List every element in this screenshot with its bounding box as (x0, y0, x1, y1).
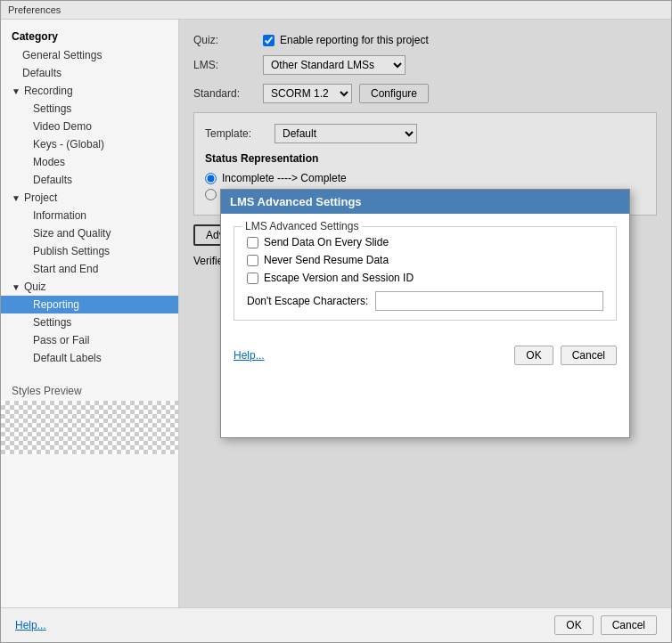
sidebar-item-pass-fail[interactable]: Pass or Fail (1, 331, 178, 349)
escape-version-label: Escape Version and Session ID (264, 272, 414, 284)
sidebar-group-project[interactable]: ▼ Project (1, 189, 178, 207)
styles-preview-area (1, 401, 178, 454)
modal-footer: Help... OK Cancel (221, 346, 629, 378)
never-send-row: Never Send Resume Data (247, 254, 603, 266)
ok-button[interactable]: OK (554, 615, 593, 635)
sidebar-item-size-quality[interactable]: Size and Quality (1, 224, 178, 242)
sidebar-item-publish-settings[interactable]: Publish Settings (1, 242, 178, 260)
cancel-button[interactable]: Cancel (601, 615, 657, 635)
quiz-expand-icon: ▼ (12, 282, 20, 292)
sidebar-item-defaults2[interactable]: Defaults (1, 171, 178, 189)
sidebar-item-defaults[interactable]: Defaults (1, 64, 178, 82)
sidebar-item-settings[interactable]: Settings (1, 100, 178, 118)
dont-escape-label: Don't Escape Characters: (247, 295, 368, 307)
dont-escape-row: Don't Escape Characters: (247, 291, 603, 311)
recording-expand-icon: ▼ (12, 86, 20, 96)
preferences-window: Preferences Category General Settings De… (0, 0, 672, 643)
modal-title: LMS Advanced Settings (230, 195, 362, 208)
sidebar-group-recording[interactable]: ▼ Recording (1, 82, 178, 100)
send-data-row: Send Data On Every Slide (247, 236, 603, 248)
modal-body: LMS Advanced Settings Send Data On Every… (221, 214, 629, 346)
sidebar-item-modes[interactable]: Modes (1, 153, 178, 171)
category-header: Category (1, 27, 178, 46)
sidebar-item-start-end[interactable]: Start and End (1, 260, 178, 278)
quiz-group-label: Quiz (24, 281, 46, 293)
styles-preview-label: Styles Preview (1, 381, 178, 401)
sidebar-item-video-demo[interactable]: Video Demo (1, 118, 178, 135)
modal-buttons: OK Cancel (514, 346, 617, 365)
never-send-label: Never Send Resume Data (264, 254, 389, 266)
modal-ok-button[interactable]: OK (514, 346, 553, 365)
sidebar: Category General Settings Defaults ▼ Rec… (1, 20, 179, 607)
bottom-bar: Help... OK Cancel (1, 607, 671, 642)
sidebar-item-default-labels[interactable]: Default Labels (1, 349, 178, 367)
main-content: Category General Settings Defaults ▼ Rec… (1, 20, 671, 607)
recording-group-label: Recording (24, 85, 73, 97)
sidebar-item-general-settings[interactable]: General Settings (1, 46, 178, 64)
modal-cancel-button[interactable]: Cancel (561, 346, 617, 365)
project-group-label: Project (24, 191, 57, 204)
window-title: Preferences (8, 4, 61, 15)
modal-overlay: LMS Advanced Settings LMS Advanced Setti… (179, 20, 671, 607)
send-data-label: Send Data On Every Slide (264, 236, 389, 248)
title-bar: Preferences (1, 1, 671, 20)
sidebar-item-quiz-settings[interactable]: Settings (1, 313, 178, 331)
lms-advanced-settings-modal: LMS Advanced Settings LMS Advanced Setti… (220, 189, 630, 438)
project-expand-icon: ▼ (12, 193, 20, 203)
sidebar-item-information[interactable]: Information (1, 207, 178, 224)
content-area: Quiz: Enable reporting for this project … (179, 20, 671, 607)
never-send-checkbox[interactable] (247, 255, 258, 266)
escape-version-checkbox[interactable] (247, 273, 258, 284)
send-data-checkbox[interactable] (247, 237, 258, 248)
modal-group-box: LMS Advanced Settings Send Data On Every… (234, 226, 617, 321)
sidebar-item-keys-global[interactable]: Keys - (Global) (1, 135, 178, 153)
modal-title-bar: LMS Advanced Settings (221, 190, 629, 214)
dont-escape-input[interactable] (375, 291, 603, 311)
modal-help-link[interactable]: Help... (234, 349, 265, 362)
bottom-buttons: OK Cancel (554, 615, 657, 635)
escape-version-row: Escape Version and Session ID (247, 272, 603, 284)
modal-group-label: LMS Advanced Settings (242, 220, 362, 232)
sidebar-item-reporting[interactable]: Reporting (1, 296, 178, 313)
help-link[interactable]: Help... (15, 619, 46, 631)
sidebar-group-quiz[interactable]: ▼ Quiz (1, 278, 178, 296)
